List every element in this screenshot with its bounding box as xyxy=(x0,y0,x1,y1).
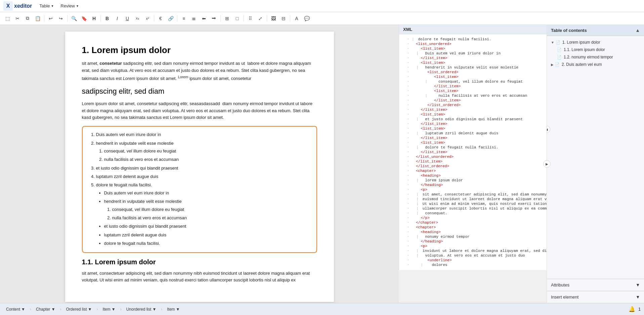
toc-item-1-2[interactable]: 📄 1.2. nonumy eirmod tempor xyxy=(547,53,644,61)
tb-indent[interactable]: ⮕ xyxy=(209,14,219,23)
tb-sep-1 xyxy=(44,15,44,22)
tb-fullscreen[interactable]: ⤢ xyxy=(256,14,265,23)
list-item: nulla facilisis at vero eros et accumsan xyxy=(112,214,311,222)
xml-line: ·| dolore te feugait nulla facilisi. xyxy=(399,37,547,42)
attributes-section-header[interactable]: Attributes ▼ xyxy=(547,279,644,291)
tb-undo[interactable]: ↩ xyxy=(46,14,55,23)
top-bar: X xeditor Table ▼ Review ▼ xyxy=(0,0,644,12)
heading-1: 1. Lorem ipsum dolor xyxy=(82,45,317,55)
insert-element-chevron: ▼ xyxy=(636,295,640,300)
tb-table[interactable]: ⊞ xyxy=(222,14,232,23)
review-menu-arrow: ▼ xyxy=(76,4,79,8)
xml-line: · | euismod tincidunt ut laoreet dolore … xyxy=(399,197,547,201)
tb-unordered-list[interactable]: ≣ xyxy=(189,14,199,23)
xml-panel: XML ·| dolore te feugait nulla facilisi.… xyxy=(399,25,547,270)
xml-line: · <list_item> xyxy=(399,75,547,79)
xml-line: · <underline> xyxy=(399,258,547,263)
tb-copy[interactable]: ⬚ xyxy=(3,14,12,23)
tb-sep-2 xyxy=(67,15,68,22)
content-arrow: ▼ xyxy=(21,307,25,312)
tb-heading[interactable]: H xyxy=(89,14,99,23)
xml-content[interactable]: ·| dolore te feugait nulla facilisi. ·<l… xyxy=(399,34,547,270)
tb-image[interactable]: 🖼 xyxy=(269,14,278,23)
toc-item-2[interactable]: ▶ 📄 2. Duis autem vel eum xyxy=(547,61,644,68)
list-item: dolore te feugait nulla facilisi. Duis a… xyxy=(96,181,311,247)
nested-ordered-list: consequat, vel illum dolore eu feugiat n… xyxy=(96,147,311,164)
item-btn-1[interactable]: Item ▼ xyxy=(100,306,118,313)
tb-dots[interactable]: ⠿ xyxy=(246,14,255,23)
tb-subscript[interactable]: x₂ xyxy=(133,14,142,23)
content-btn[interactable]: Content ▼ xyxy=(3,306,28,313)
insert-element-section-header[interactable]: Insert element ▼ xyxy=(547,291,644,303)
xml-line: · </p> xyxy=(399,216,547,220)
xml-collapse-right-arrow[interactable]: ▶ xyxy=(543,160,551,168)
list-item: Duis autem vel eum iriure dolor in xyxy=(96,131,311,138)
tb-link[interactable]: 🔗 xyxy=(166,14,175,23)
xml-line: · <list_item> xyxy=(399,60,547,65)
toc-item-1[interactable]: ▼ 📄 1. Lorem ipsum dolor xyxy=(547,39,644,46)
list-item: et iusto odio dignissim qui blandit prae… xyxy=(104,222,311,230)
unordered-list-arrow: ▼ xyxy=(152,307,156,312)
item-btn-2[interactable]: Item ▼ xyxy=(164,306,182,313)
tb-insert-box[interactable]: □ xyxy=(232,14,242,23)
tb-sep-9 xyxy=(290,15,290,22)
xml-line: · | consequat. xyxy=(399,211,547,216)
toc-item-1-1[interactable]: 📄 1.1. Lorem ipsum dolor xyxy=(547,46,644,53)
tb-ordered-list[interactable]: ≡ xyxy=(179,14,188,23)
xml-line: · </list_item> xyxy=(399,98,547,103)
tb-search[interactable]: 🔍 xyxy=(69,14,79,23)
tb-outdent[interactable]: ⬅ xyxy=(199,14,209,23)
editor-area[interactable]: 1. Lorem ipsum dolor sit amet, consetetu… xyxy=(0,25,399,303)
tb-sep-3 xyxy=(100,15,101,22)
table-menu[interactable]: Table ▼ xyxy=(37,2,56,9)
notification-count: 1 xyxy=(638,307,641,312)
review-menu[interactable]: Review ▼ xyxy=(58,2,82,9)
tb-duplicate[interactable]: ⧉ xyxy=(23,14,32,23)
tb-sep-8 xyxy=(267,15,267,22)
xml-line: · | hendrerit in vulputate velit esse mo… xyxy=(399,65,547,70)
notification-bell[interactable]: 🔔 xyxy=(628,305,636,314)
tb-bookmark[interactable]: 🔖 xyxy=(79,14,89,23)
xml-line: · | Ut wisi enim ad minim veniam, quis n… xyxy=(399,201,547,206)
toc-chevron-2: ▶ xyxy=(551,63,554,66)
tb-italic[interactable]: I xyxy=(113,14,122,23)
tb-cut[interactable]: ✂ xyxy=(13,14,22,23)
xml-line: · | Duis autem vel eum iriure dolor in xyxy=(399,51,547,56)
ordered-list-btn[interactable]: Ordered list ▼ xyxy=(63,306,95,313)
tb-paste[interactable]: 📋 xyxy=(33,14,42,23)
logo: X xeditor xyxy=(3,1,32,11)
bottom-right: 🔔 1 xyxy=(628,305,641,314)
xml-line: · <list_item> xyxy=(399,126,547,131)
toc-collapse-btn[interactable]: ▲ xyxy=(635,28,640,33)
tb-comment[interactable]: 💬 xyxy=(302,14,311,23)
chapter-btn[interactable]: Chapter ▼ xyxy=(33,306,58,313)
paragraph-2: Lorem ipsum dolor sit amet, consetetur s… xyxy=(82,100,317,121)
main-layout: 1. Lorem ipsum dolor sit amet, consetetu… xyxy=(0,25,644,303)
attributes-section: Attributes ▼ xyxy=(547,279,644,291)
xml-line: · <list_item> xyxy=(399,46,547,51)
tb-sep-6 xyxy=(220,15,221,22)
tb-superscript[interactable]: x² xyxy=(143,14,152,23)
toc-doc-icon-1: 📄 xyxy=(556,40,560,45)
tb-media[interactable]: ⊟ xyxy=(279,14,288,23)
bottom-sep-3: › xyxy=(96,307,98,312)
xml-line: · | nonumy eirmod tempor xyxy=(399,234,547,239)
xml-wrapper: XML ·| dolore te feugait nulla facilisi.… xyxy=(399,25,547,303)
tb-underline[interactable]: U xyxy=(123,14,132,23)
toc-chevron-1: ▼ xyxy=(551,41,554,44)
unordered-list-btn[interactable]: Unordered list ▼ xyxy=(124,306,159,313)
list-item: hendrerit in vulputate velit esse molest… xyxy=(104,197,311,222)
xml-line: ·</chapter> xyxy=(399,220,547,225)
list-item: consequat, vel illum dolore eu feugiat xyxy=(104,147,311,155)
ordered-list-arrow: ▼ xyxy=(88,307,92,312)
tb-special-char[interactable]: € xyxy=(156,14,165,23)
xml-line: · </heading> xyxy=(399,239,547,244)
tb-bold[interactable]: B xyxy=(102,14,112,23)
tb-font-color[interactable]: A xyxy=(292,14,301,23)
bottom-sep-5: › xyxy=(161,307,162,312)
logo-icon: X xyxy=(3,1,13,11)
table-menu-arrow: ▼ xyxy=(51,4,54,8)
highlighted-list: Duis autem vel eum iriure dolor in hendr… xyxy=(82,126,317,253)
xml-line: ·</list_ordered> xyxy=(399,164,547,169)
tb-redo[interactable]: ↪ xyxy=(56,14,66,23)
